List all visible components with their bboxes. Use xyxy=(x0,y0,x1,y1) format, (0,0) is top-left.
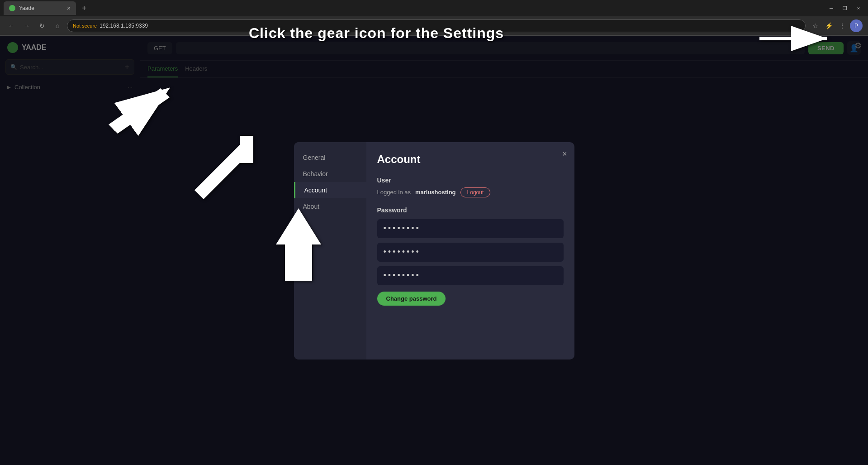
window-close-button[interactable]: × xyxy=(853,4,864,13)
username-display: mariushosting xyxy=(415,189,456,196)
forward-button[interactable]: → xyxy=(21,20,33,32)
tab-title: Yaade xyxy=(19,5,34,11)
settings-modal: General Behavior Account About × Account… xyxy=(294,142,574,360)
modal-nav-behavior[interactable]: Behavior xyxy=(294,166,366,182)
modal-title: Account xyxy=(377,153,564,166)
user-row: Logged in as mariushosting Logout xyxy=(377,187,564,197)
modal-nav-about[interactable]: About xyxy=(294,198,366,215)
window-restore-button[interactable]: ❐ xyxy=(839,4,851,13)
security-warning: Not secure xyxy=(73,23,97,29)
address-input[interactable]: Not secure 192.168.1.135:9339 xyxy=(67,19,806,32)
app-container: YAADE 🔍 Search... + ▶ Collection ··· GET… xyxy=(0,36,868,465)
refresh-button[interactable]: ↻ xyxy=(36,20,48,32)
browser-chrome: Yaade × + ─ ❐ × ← → ↻ ⌂ Not secure 192.1… xyxy=(0,0,868,36)
active-tab[interactable]: Yaade × xyxy=(4,1,76,15)
user-section-label: User xyxy=(377,177,564,184)
modal-overlay: General Behavior Account About × Account… xyxy=(0,36,868,465)
confirm-password-input[interactable] xyxy=(377,266,564,285)
profile-button[interactable]: P xyxy=(850,19,863,32)
logout-button[interactable]: Logout xyxy=(460,187,491,197)
tab-favicon xyxy=(9,5,15,11)
bookmarks-button[interactable]: ☆ xyxy=(809,20,821,32)
new-password-input[interactable] xyxy=(377,243,564,262)
window-controls: ─ ❐ × xyxy=(825,4,864,13)
tab-close-button[interactable]: × xyxy=(67,5,71,12)
logged-in-prefix: Logged in as xyxy=(377,189,411,196)
modal-nav-account[interactable]: Account xyxy=(294,182,366,198)
more-options-button[interactable]: ⋮ xyxy=(836,20,848,32)
address-bar: ← → ↻ ⌂ Not secure 192.168.1.135:9339 ☆ … xyxy=(0,16,868,35)
change-password-button[interactable]: Change password xyxy=(377,292,446,306)
new-tab-button[interactable]: + xyxy=(78,2,90,14)
browser-actions: ☆ ⚡ ⋮ P xyxy=(809,19,863,32)
tab-bar: Yaade × + ─ ❐ × xyxy=(0,0,868,16)
address-text: 192.168.1.135:9339 xyxy=(100,23,148,29)
password-section-label: Password xyxy=(377,206,564,214)
window-minimize-button[interactable]: ─ xyxy=(825,4,837,13)
modal-body: × Account User Logged in as mariushostin… xyxy=(366,142,574,360)
home-button[interactable]: ⌂ xyxy=(52,20,63,32)
modal-sidebar: General Behavior Account About xyxy=(294,142,366,360)
back-button[interactable]: ← xyxy=(5,20,17,32)
modal-close-button[interactable]: × xyxy=(562,149,567,159)
modal-nav-general[interactable]: General xyxy=(294,149,366,166)
current-password-input[interactable] xyxy=(377,219,564,238)
extensions-button[interactable]: ⚡ xyxy=(823,20,835,32)
